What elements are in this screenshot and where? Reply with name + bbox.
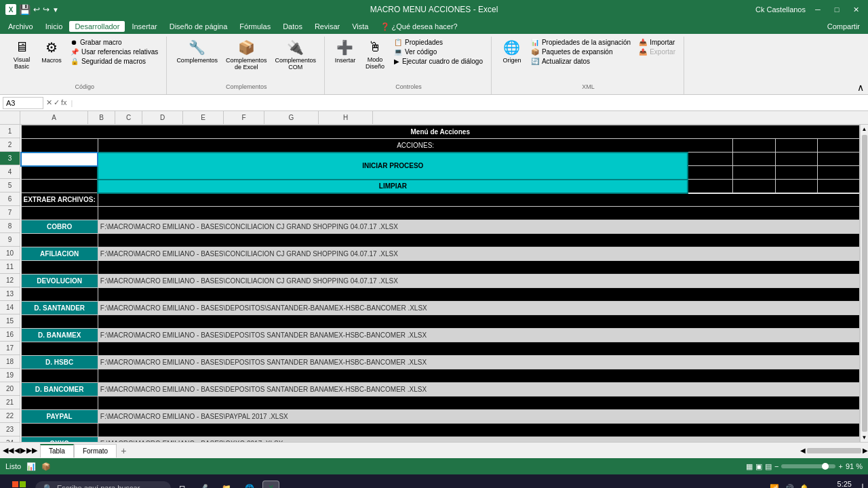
col-header-d[interactable]: D xyxy=(142,111,183,124)
cell-acciones[interactable]: ACCIONES: xyxy=(98,139,733,152)
macros-button[interactable]: ⚙ Macros xyxy=(38,38,65,65)
start-button[interactable] xyxy=(5,477,33,488)
cancel-formula-icon[interactable]: ✕ xyxy=(46,98,52,107)
taskbar-chrome-button[interactable]: 🌐 xyxy=(239,481,260,489)
col-header-c[interactable]: C xyxy=(115,111,142,124)
row-header-24[interactable]: 24 xyxy=(0,436,20,442)
cell-cobro-path[interactable]: F:\MACRO\MACRO EMILIANO - BASES\CONCILIA… xyxy=(98,220,859,234)
col-header-b[interactable]: B xyxy=(88,111,115,124)
row-header-18[interactable]: 18 xyxy=(0,355,20,369)
cell-selected-a3[interactable] xyxy=(21,152,98,166)
zoom-slider[interactable] xyxy=(781,464,835,468)
exportar-button[interactable]: 📤 Exportar xyxy=(636,47,678,56)
cell-17a[interactable] xyxy=(21,342,98,356)
row-header-21[interactable]: 21 xyxy=(0,396,20,409)
row-header-5[interactable]: 5 xyxy=(0,179,20,192)
cell-cobro-label[interactable]: COBRO xyxy=(21,220,98,234)
complementos-button[interactable]: 🔧 Complementos xyxy=(174,38,220,65)
cell-title[interactable]: Menú de Acciones xyxy=(21,125,860,139)
cell-hsbc-label[interactable]: D. HSBC xyxy=(21,356,98,369)
modo-diseno-button[interactable]: 🖱 ModoDiseño xyxy=(361,38,389,71)
sheet-nav-prev[interactable]: ◀ xyxy=(14,446,20,455)
cell-2a[interactable] xyxy=(21,139,98,152)
cell-23a[interactable] xyxy=(21,424,98,437)
horizontal-scrollbar[interactable]: ◀ ▶ xyxy=(800,447,868,454)
cell-3f[interactable] xyxy=(733,152,775,166)
ejecutar-dialogo-button[interactable]: ▶ Ejecutar cuadro de diálogo xyxy=(391,57,486,66)
confirm-formula-icon[interactable]: ✓ xyxy=(54,98,60,107)
grabar-macro-button[interactable]: ⏺ Grabar macro xyxy=(68,38,161,47)
cell-banamex-label[interactable]: D. BANAMEX xyxy=(21,329,98,342)
minimize-button[interactable]: ─ xyxy=(811,3,825,16)
row-header-15[interactable]: 15 xyxy=(0,314,20,328)
ribbon-collapse-button[interactable]: ∧ xyxy=(856,81,865,94)
taskbar-excel-button[interactable]: X xyxy=(262,481,279,488)
row-header-2[interactable]: 2 xyxy=(0,138,20,152)
view-normal-icon[interactable]: ▦ xyxy=(746,462,753,471)
cell-5a[interactable] xyxy=(21,180,98,193)
taskbar-show-desktop-button[interactable]: ▕ xyxy=(857,484,863,489)
visual-basic-button[interactable]: 🖥 VisualBasic xyxy=(8,38,35,71)
cell-4a[interactable] xyxy=(21,166,98,180)
complementos-com-button[interactable]: 🔌 ComplementosCOM xyxy=(272,38,319,72)
propiedades-button[interactable]: 📋 Propiedades xyxy=(391,38,486,47)
menu-desarrollador[interactable]: Desarrollador xyxy=(69,21,125,32)
cell-2f[interactable] xyxy=(733,139,775,152)
seguridad-macros-button[interactable]: 🔒 Seguridad de macros xyxy=(68,57,161,66)
row-header-12[interactable]: 12 xyxy=(0,274,20,287)
sheet-nav-last[interactable]: ▶▶ xyxy=(26,446,37,455)
menu-diseno-pagina[interactable]: Diseño de página xyxy=(164,21,233,32)
menu-inicio[interactable]: Inicio xyxy=(40,21,68,32)
redo-icon[interactable]: ↪ xyxy=(43,5,50,14)
row-header-23[interactable]: 23 xyxy=(0,423,20,436)
cell-2g[interactable] xyxy=(775,139,817,152)
cell-9-rest[interactable] xyxy=(98,234,859,247)
paquetes-expansion-button[interactable]: 📦 Paquetes de expansión xyxy=(528,47,633,56)
vertical-scrollbar[interactable]: ▲ ▼ xyxy=(860,125,868,442)
complementos-excel-button[interactable]: 📦 Complementosde Excel xyxy=(223,38,270,72)
row-header-7[interactable]: 7 xyxy=(0,206,20,220)
ver-codigo-button[interactable]: 💻 Ver código xyxy=(391,47,486,56)
cell-7a[interactable] xyxy=(21,207,98,220)
cell-6-rest[interactable] xyxy=(98,193,859,207)
zoom-in-button[interactable]: + xyxy=(838,462,842,470)
cell-oxxo-path[interactable]: F:\MACRO\MACRO EMILIANO - BASES\OXXO 201… xyxy=(98,437,859,443)
referencias-relativas-button[interactable]: 📌 Usar referencias relativas xyxy=(68,47,161,56)
close-button[interactable]: ✕ xyxy=(849,3,863,16)
cell-extraer-label[interactable]: EXTRAER ARCHIVOS: xyxy=(21,193,98,207)
cell-11a[interactable] xyxy=(21,261,98,274)
zoom-slider-thumb[interactable] xyxy=(822,463,829,470)
cell-4e[interactable] xyxy=(688,166,733,180)
row-header-3[interactable]: 3 xyxy=(0,152,20,165)
cell-13a[interactable] xyxy=(21,288,98,302)
menu-datos[interactable]: Datos xyxy=(277,21,308,32)
restore-button[interactable]: □ xyxy=(830,3,844,16)
cell-5g[interactable] xyxy=(775,180,817,193)
cell-hsbc-path[interactable]: F:\MACRO\MACRO EMILIANO - BASES\DEPOSITO… xyxy=(98,356,859,369)
cell-3h[interactable] xyxy=(817,152,859,166)
sheet-nav-next[interactable]: ▶ xyxy=(20,446,26,455)
cell-afiliacion-path[interactable]: F:\MACRO\MACRO EMILIANO - BASES\CONCILIA… xyxy=(98,247,859,261)
col-header-a[interactable]: A xyxy=(20,111,88,124)
row-header-19[interactable]: 19 xyxy=(0,369,20,382)
row-header-14[interactable]: 14 xyxy=(0,301,20,314)
cell-3g[interactable] xyxy=(775,152,817,166)
cell-bancomer-label[interactable]: D. BANCOMER xyxy=(21,383,98,396)
cell-devolucion-path[interactable]: F:\MACRO\MACRO EMILIANO - BASES\CONCILIA… xyxy=(98,274,859,288)
cell-limpiar[interactable]: LIMPIAR xyxy=(98,180,688,193)
cell-santander-path[interactable]: F:\MACRO\MACRO EMILIANO - BASES\DEPOSITO… xyxy=(98,302,859,315)
scroll-up-button[interactable]: ▲ xyxy=(861,125,868,134)
menu-help[interactable]: ❓ ¿Qué desea hacer? xyxy=(375,21,462,33)
cell-3e[interactable] xyxy=(688,152,733,166)
row-header-11[interactable]: 11 xyxy=(0,260,20,274)
menu-formulas[interactable]: Fórmulas xyxy=(234,21,276,32)
importar-button[interactable]: 📥 Importar xyxy=(636,38,678,47)
row-header-20[interactable]: 20 xyxy=(0,382,20,396)
cell-2h[interactable] xyxy=(817,139,859,152)
cell-5h[interactable] xyxy=(817,180,859,193)
row-header-16[interactable]: 16 xyxy=(0,328,20,342)
task-view-button[interactable]: ⊟ xyxy=(174,481,191,489)
sheet-nav-first[interactable]: ◀◀ xyxy=(3,446,14,455)
quick-save-icon[interactable]: 💾 xyxy=(19,4,31,15)
cell-paypal-label[interactable]: PAYPAL xyxy=(21,410,98,424)
